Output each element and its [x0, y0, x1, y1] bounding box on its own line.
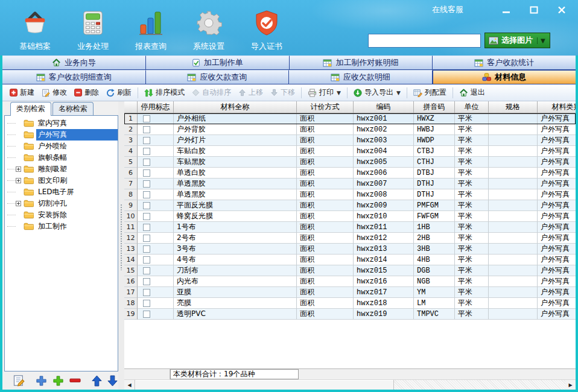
tab-receivable-query[interactable]: 应收欠款查询 [146, 70, 290, 84]
grid-header-cell[interactable] [124, 101, 138, 113]
disabled-flag-checkbox[interactable] [143, 289, 150, 296]
tree-item-label[interactable]: 雕刻吸塑 [36, 163, 118, 175]
tree-item-label[interactable]: 切割冲孔 [36, 198, 118, 209]
grid-header-cell[interactable]: 编码 [354, 101, 414, 113]
scrollbar-thumb[interactable] [135, 380, 394, 390]
tab-work-reconcile-detail[interactable]: 加工制作对账明细 [290, 55, 433, 69]
disabled-flag-checkbox[interactable] [143, 159, 150, 166]
tree-item-label[interactable]: 室内写真 [36, 118, 118, 129]
sidebar-tab-category-search[interactable]: 类别检索 [10, 102, 51, 116]
toolbar-button-sort-mode[interactable]: 排序模式 [141, 86, 188, 100]
tab-customer-receipt-detail-query[interactable]: 客户收款明细查询 [2, 70, 146, 84]
chevron-down-icon[interactable]: ▼ [537, 37, 547, 44]
add-peer-button[interactable] [36, 375, 47, 387]
tree-item[interactable]: 雕刻吸塑 [7, 163, 118, 175]
table-row[interactable]: 17 亚膜 面积 hwxz017 YM 平米 户外写真 [124, 287, 576, 298]
nav-report-query[interactable]: 报表查询 [125, 5, 176, 52]
nav-basic-archives[interactable]: 基础档案 [10, 5, 60, 52]
scrollbar-track[interactable] [394, 380, 565, 390]
tree-item[interactable]: 图文印刷 [7, 175, 118, 186]
tree-item[interactable]: 户外喷绘 [7, 141, 118, 152]
tab-material-info[interactable]: 材料信息 [433, 70, 576, 84]
expand-plus-icon[interactable] [16, 178, 21, 183]
scroll-left-button[interactable]: ◀ [124, 380, 135, 390]
table-row[interactable]: 9 平面反光膜 面积 hwxz009 PMFGM 平米 户外写真 [124, 200, 576, 211]
nav-business-process[interactable]: 业务处理 [68, 5, 118, 52]
grid-header-cell[interactable]: 材料类别 [538, 101, 576, 113]
table-row[interactable]: 19 透明PVC 面积 hwxz019 TMPVC 平米 户外写真 [124, 309, 576, 320]
tab-receivable-detail[interactable]: 应收欠款明细 [289, 70, 433, 84]
tab-work-order[interactable]: 加工制作单 [146, 55, 290, 69]
disabled-flag-checkbox[interactable] [143, 169, 150, 177]
table-row[interactable]: 12 2号布 面积 hwxz012 2HB 平米 户外写真 [124, 233, 576, 244]
grid-header-cell[interactable]: 材料全称 [174, 101, 297, 113]
table-row[interactable]: 13 3号布 面积 hwxz013 3HB 平米 户外写真 [124, 244, 576, 254]
tree-item-label[interactable]: 户外喷绘 [36, 141, 118, 152]
disabled-flag-checkbox[interactable] [143, 115, 150, 122]
toolbar-button-modify[interactable]: 修改 [38, 86, 71, 100]
sidebar-tab-name-search[interactable]: 名称检索 [52, 102, 94, 115]
disabled-flag-checkbox[interactable] [143, 235, 150, 242]
disabled-flag-checkbox[interactable] [143, 202, 150, 209]
disabled-flag-checkbox[interactable] [143, 137, 150, 144]
disabled-flag-checkbox[interactable] [143, 278, 150, 285]
tab-customer-receipt-stats[interactable]: 客户收款统计 [433, 55, 576, 69]
tree-item[interactable]: 旗帜条幅 [7, 152, 118, 163]
nav-system-settings[interactable]: 系统设置 [183, 5, 234, 52]
disabled-flag-checkbox[interactable] [143, 311, 150, 318]
table-row[interactable]: 7 单透黑胶 面积 hwxz007 DTHJ 平米 户外写真 [124, 179, 576, 189]
tree-item[interactable]: 室内写真 [7, 118, 118, 129]
expand-plus-icon[interactable] [16, 166, 21, 172]
tree-item[interactable]: 户外写真 [7, 129, 118, 141]
toolbar-button-import-export[interactable]: 导入导出 ▼ [350, 86, 404, 100]
table-row[interactable]: 2 户外背胶 面积 hwxz002 HWBJ 平米 户外写真 [124, 124, 576, 135]
table-row[interactable]: 8 单透黑胶 面积 hwxz008 DTHJ 平米 户外写真 [124, 189, 576, 200]
toolbar-button-column-config[interactable]: 列配置 [410, 86, 450, 100]
table-row[interactable]: 18 亮膜 面积 hwxz018 LM 平米 户外写真 [124, 298, 576, 309]
disabled-flag-checkbox[interactable] [143, 213, 150, 220]
toolbar-button-print[interactable]: 打印 ▼ [304, 86, 345, 100]
tree-item[interactable]: 切割冲孔 [7, 198, 118, 209]
chevron-down-icon[interactable]: ▼ [337, 90, 341, 96]
table-row[interactable]: 3 户外灯片 面积 hwxz003 HWDP 平米 户外写真 [124, 135, 576, 146]
disabled-flag-checkbox[interactable] [143, 300, 150, 307]
table-row[interactable]: 11 1号布 面积 hwxz011 1HB 平米 户外写真 [124, 222, 576, 233]
tree-item[interactable]: LED电子屏 [7, 186, 118, 198]
toolbar-button-new[interactable]: 新建 [6, 86, 38, 100]
grid-header-cell[interactable]: 规格 [489, 101, 538, 113]
grid-header-cell[interactable]: 单位 [455, 101, 489, 113]
maximize-button[interactable] [527, 5, 541, 14]
tree-item-label[interactable]: LED电子屏 [36, 186, 118, 198]
tree-item-label[interactable]: 图文印刷 [36, 175, 118, 186]
table-row[interactable]: 6 单透白胶 面积 hwxz006 DTBJ 平米 户外写真 [124, 168, 576, 179]
grid-header-cell[interactable]: 停用标志 [138, 101, 174, 113]
tree-item-label[interactable]: 安装拆除 [36, 209, 118, 221]
edit-category-button[interactable] [13, 375, 25, 387]
disabled-flag-checkbox[interactable] [143, 245, 150, 253]
image-search-input[interactable] [368, 34, 481, 48]
table-row[interactable]: 4 车贴白胶 面积 hwxz004 CTBJ 平米 户外写真 [124, 146, 576, 157]
disabled-flag-checkbox[interactable] [143, 126, 150, 133]
disabled-flag-checkbox[interactable] [143, 267, 150, 274]
splitter-handle[interactable] [118, 101, 124, 390]
remove-button[interactable] [69, 378, 81, 383]
disabled-flag-checkbox[interactable] [143, 191, 150, 198]
tree-item-label[interactable]: 加工制作 [36, 221, 118, 232]
disabled-flag-checkbox[interactable] [143, 224, 150, 231]
tree-item[interactable]: 加工制作 [7, 221, 118, 232]
add-child-button[interactable] [52, 375, 64, 387]
nav-import-certificate[interactable]: 导入证书 [241, 5, 292, 52]
table-row[interactable]: 14 4号布 面积 hwxz014 4HB 平米 户外写真 [124, 254, 576, 265]
tree-item-label[interactable]: 户外写真 [36, 129, 118, 141]
move-item-down-button[interactable] [107, 375, 118, 387]
table-row[interactable]: 5 车贴黑胶 面积 hwxz005 CTHJ 平米 户外写真 [124, 157, 576, 168]
disabled-flag-checkbox[interactable] [143, 180, 150, 188]
grid-header-cell[interactable]: 计价方式 [297, 101, 354, 113]
move-item-up-button[interactable] [92, 375, 102, 387]
tab-business-wizard[interactable]: 业务向导 [2, 55, 146, 69]
toolbar-button-delete[interactable]: 删除 [71, 86, 103, 100]
disabled-flag-checkbox[interactable] [143, 256, 150, 264]
select-image-button[interactable]: 选择图片 ▼ [484, 33, 550, 48]
grid-header-cell[interactable]: 拼音码 [414, 101, 455, 113]
table-row[interactable]: 16 内光布 面积 hwxz016 NGB 平米 户外写真 [124, 276, 576, 287]
